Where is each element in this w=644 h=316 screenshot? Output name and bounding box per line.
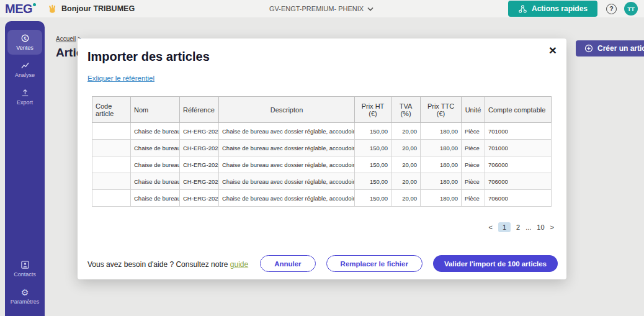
col-header-nom: Nom	[131, 97, 180, 123]
pagination-page-10[interactable]: 10	[537, 223, 544, 231]
cell-reference: CH-ERG-2025	[180, 190, 219, 207]
greeting-text: Bonjour TRIBUMEG	[61, 4, 135, 13]
cell-unite: Pièce	[462, 173, 485, 190]
cell-compte: 706000	[485, 190, 552, 207]
col-header-unite: Unité	[462, 97, 485, 123]
line-chart-icon	[20, 61, 30, 70]
validate-import-button[interactable]: Valider l'import de 100 articles	[433, 255, 558, 272]
logo-text: MEG	[5, 2, 32, 16]
table-row: Chaise de bureau CH-ERG-2025 Chaise de b…	[92, 123, 552, 140]
cell-prix-ht: 150,00	[355, 173, 391, 190]
cell-nom: Chaise de bureau	[131, 190, 180, 207]
help-line: Vous avez besoin d'aide ? Consultez notr…	[87, 260, 248, 269]
cell-compte: 706000	[485, 173, 552, 190]
import-preview-table: Code article Nom Référence Descripton Pr…	[92, 96, 552, 207]
pagination-ellipsis: ...	[525, 223, 531, 231]
cell-unite: Pièce	[462, 123, 485, 140]
upload-icon	[20, 88, 30, 97]
sidebar-bottom-group: Contacts ⚙ Paramètres	[5, 256, 45, 311]
sidebar-item-export[interactable]: Export	[7, 84, 42, 109]
modal-title: Importer des articles	[87, 50, 210, 64]
col-header-tva: TVA (%)	[391, 97, 421, 123]
cell-compte: 706000	[485, 156, 552, 173]
sidebar-item-parametres[interactable]: ⚙ Paramètres	[7, 284, 42, 309]
pagination: < 1 2 ... 10 >	[488, 222, 554, 232]
cell-nom: Chaise de bureau	[131, 173, 180, 190]
wave-hand-icon	[47, 4, 58, 14]
euro-circle-icon: €	[20, 34, 30, 43]
cell-nom: Chaise de bureau	[131, 156, 180, 173]
cell-prix-ttc: 180,00	[421, 156, 462, 173]
modal-buttons: Annuler Remplacer le fichier Valider l'i…	[260, 255, 558, 272]
sidebar-item-label: Paramètres	[11, 299, 40, 305]
cell-unite: Pièce	[462, 156, 485, 173]
guide-link[interactable]: guide	[230, 260, 248, 269]
contact-card-icon	[20, 260, 30, 269]
sidebar-item-label: Export	[17, 99, 33, 106]
cell-description: Chaise de bureau avec dossier réglable, …	[219, 123, 355, 140]
cell-description: Chaise de bureau avec dossier réglable, …	[219, 156, 355, 173]
sidebar-item-label: Ventes	[16, 45, 34, 51]
cell-compte: 701000	[485, 140, 552, 156]
sidebar-item-label: Analyse	[15, 72, 35, 78]
cell-code	[92, 156, 131, 173]
cell-code	[92, 173, 131, 190]
cell-description: Chaise de bureau avec dossier réglable, …	[219, 190, 355, 207]
environment-selector[interactable]: GV-ENGT-PREMIUM- PHENIX	[269, 5, 373, 12]
col-header-description: Descripton	[219, 97, 355, 123]
cell-reference: CH-ERG-2025	[180, 156, 219, 173]
table-row: Chaise de bureau CH-ERG-2025 Chaise de b…	[92, 156, 552, 173]
create-article-label: Créer un article	[597, 44, 644, 53]
col-header-code: Code article	[92, 97, 131, 123]
close-icon[interactable]: ×	[549, 43, 557, 56]
chevron-down-icon	[367, 7, 373, 11]
cell-compte: 701000	[485, 123, 552, 140]
avatar[interactable]: TT	[624, 2, 638, 16]
cell-prix-ht: 150,00	[355, 123, 391, 140]
pagination-next[interactable]: >	[550, 223, 554, 231]
cell-code	[92, 140, 131, 156]
col-header-prix-ht: Prix HT (€)	[355, 97, 391, 123]
col-header-reference: Référence	[180, 97, 219, 123]
table-header-row: Code article Nom Référence Descripton Pr…	[92, 97, 552, 123]
cell-tva: 20,00	[391, 123, 421, 140]
sidebar-item-contacts[interactable]: Contacts	[7, 256, 42, 281]
cell-tva: 20,00	[391, 156, 421, 173]
pagination-prev[interactable]: <	[488, 223, 492, 231]
cell-tva: 20,00	[391, 173, 421, 190]
sidebar-item-analyse[interactable]: Analyse	[7, 57, 42, 82]
cell-prix-ttc: 180,00	[421, 123, 462, 140]
referentiel-link[interactable]: Exliquer le référentiel	[87, 74, 154, 82]
sidebar-item-label: Contacts	[14, 271, 36, 278]
environment-label: GV-ENGT-PREMIUM- PHENIX	[269, 5, 364, 12]
table-row: Chaise de bureau CH-ERG-2025 Chaise de b…	[92, 140, 552, 156]
replace-file-button[interactable]: Remplacer le fichier	[326, 255, 423, 272]
col-header-compte: Compte comptable	[485, 97, 552, 123]
cell-unite: Pièce	[462, 140, 485, 156]
sidebar-item-ventes[interactable]: € Ventes	[7, 30, 42, 55]
actions-rapides-button[interactable]: Actions rapides	[508, 1, 597, 17]
quick-actions-nodes-icon	[518, 4, 527, 14]
cell-reference: CH-ERG-2025	[180, 173, 219, 190]
table-row: Chaise de bureau CH-ERG-2025 Chaise de b…	[92, 190, 552, 207]
col-header-prix-ttc: Prix TTC (€)	[421, 97, 462, 123]
create-article-button[interactable]: Créer un article	[576, 40, 644, 56]
cell-prix-ttc: 180,00	[421, 190, 462, 207]
avatar-initials: TT	[627, 6, 635, 12]
sidebar: € Ventes Analyse Export Contacts ⚙ Param	[5, 21, 45, 316]
cell-nom: Chaise de bureau	[131, 140, 180, 156]
meg-logo[interactable]: MEG	[5, 2, 36, 16]
cell-prix-ttc: 180,00	[421, 140, 462, 156]
cell-code	[92, 190, 131, 207]
cell-tva: 20,00	[391, 190, 421, 207]
cancel-button[interactable]: Annuler	[260, 255, 315, 272]
cell-description: Chaise de bureau avec dossier réglable, …	[219, 173, 355, 190]
cell-prix-ht: 150,00	[355, 140, 391, 156]
pagination-page-2[interactable]: 2	[516, 223, 520, 231]
cell-tva: 20,00	[391, 140, 421, 156]
help-button[interactable]: ?	[606, 4, 617, 14]
pagination-page-1[interactable]: 1	[498, 222, 511, 232]
breadcrumb-accueil-link[interactable]: Accueil	[56, 35, 76, 42]
import-articles-modal: Importer des articles × Exliquer le réfé…	[78, 38, 566, 279]
actions-rapides-label: Actions rapides	[532, 4, 588, 13]
